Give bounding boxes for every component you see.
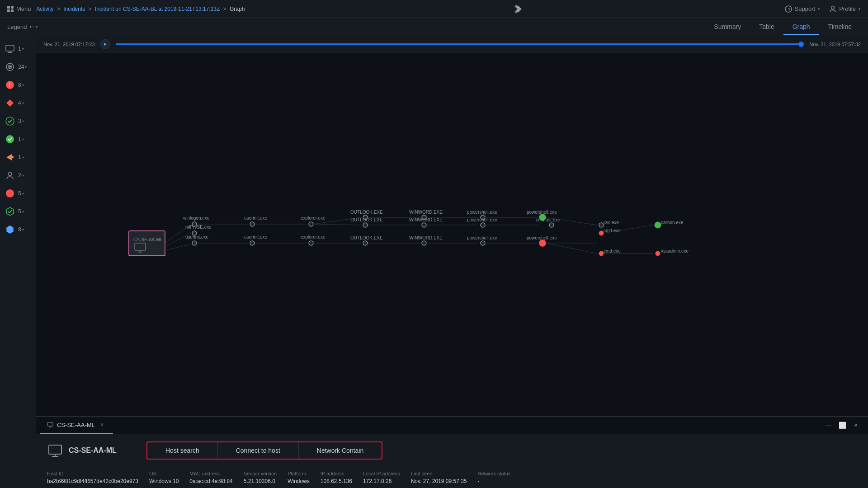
svg-point-57[interactable] bbox=[422, 223, 426, 227]
svg-text:WINWORD.EXE: WINWORD.EXE bbox=[409, 210, 443, 215]
svg-point-84[interactable] bbox=[599, 231, 604, 235]
panel-tab-icon bbox=[47, 422, 53, 427]
info-col-network-status: Network status - bbox=[478, 471, 511, 484]
svg-text:OUTLOOK.EXE: OUTLOOK.EXE bbox=[350, 235, 383, 240]
svg-text:conhost.exe: conhost.exe bbox=[536, 217, 560, 222]
menu-button[interactable]: Menu bbox=[7, 5, 31, 12]
sidebar-item-arrow[interactable]: 1 ▾ bbox=[0, 148, 36, 166]
svg-rect-97 bbox=[49, 445, 61, 454]
sidebar-item-monitor[interactable]: 1 ▾ bbox=[0, 40, 36, 58]
monitor-icon bbox=[5, 43, 15, 54]
legend-toggle-icon[interactable]: ⟷ bbox=[29, 23, 38, 30]
sidebar-item-dot-red[interactable]: 5 ▾ bbox=[0, 184, 36, 202]
legend-area: Legend ⟷ bbox=[7, 23, 38, 30]
svg-line-24 bbox=[165, 244, 190, 250]
info-col-host-id: Host ID ba2b9981c9df4ff657de42c0be20e973 bbox=[47, 471, 138, 484]
breadcrumb-incidents[interactable]: Incidents bbox=[63, 6, 85, 12]
svg-text:powershell.exe: powershell.exe bbox=[527, 235, 557, 240]
graph-svg[interactable]: CS-SE-AA-ML winlogon.exe mlPrvSE.exe use… bbox=[36, 52, 868, 260]
sidebar-count-alert2: 4 ▾ bbox=[18, 100, 24, 106]
svg-text:userinit.exe: userinit.exe bbox=[244, 216, 268, 221]
svg-point-33[interactable] bbox=[250, 222, 255, 226]
graph-area[interactable]: Nov. 21, 2019 07:17:23 ▶ Nov. 21, 2019 0… bbox=[36, 36, 868, 488]
sidebar-item-hex-blue[interactable]: 8 ▾ bbox=[0, 221, 36, 239]
svg-text:vssadmin.exe: vssadmin.exe bbox=[661, 249, 689, 253]
svg-marker-17 bbox=[6, 207, 13, 216]
user-icon bbox=[5, 170, 15, 181]
last-seen-value: Nov. 27, 2019 09:57:35 bbox=[411, 478, 467, 484]
sidebar-item-alert1[interactable]: ! 8 ▾ bbox=[0, 76, 36, 94]
network-status-label: Network status bbox=[478, 471, 511, 476]
timeline-track[interactable] bbox=[116, 43, 804, 45]
svg-point-90[interactable] bbox=[655, 222, 661, 228]
host-search-button[interactable]: Host search bbox=[147, 442, 218, 459]
svg-point-41[interactable] bbox=[309, 241, 313, 245]
svg-text:WINWORD.EXE: WINWORD.EXE bbox=[409, 217, 443, 222]
svg-point-29[interactable] bbox=[192, 241, 197, 245]
breadcrumb-incident-detail[interactable]: Incident on CS-SE-AA-BL at 2019-11-21T13… bbox=[95, 6, 220, 12]
svg-text:mlPrvSE.exe: mlPrvSE.exe bbox=[185, 225, 212, 230]
logo-area bbox=[507, 3, 522, 15]
breadcrumb-activity[interactable]: Activity bbox=[37, 6, 54, 12]
svg-point-48[interactable] bbox=[363, 223, 368, 227]
panel-tab-host[interactable]: CS-SE-AA-ML × bbox=[40, 417, 113, 434]
host-identity: CS-SE-AA-ML bbox=[47, 442, 146, 459]
support-chevron: ▾ bbox=[818, 7, 820, 11]
play-button[interactable]: ▶ bbox=[100, 39, 110, 49]
svg-text:OUTLOOK.EXE: OUTLOOK.EXE bbox=[350, 217, 383, 222]
panel-minimize-button[interactable]: — bbox=[824, 420, 834, 430]
timeline-handle[interactable] bbox=[798, 42, 804, 47]
svg-point-66[interactable] bbox=[481, 223, 485, 227]
svg-point-50[interactable] bbox=[363, 241, 368, 245]
sidebar-item-check1[interactable]: 3 ▾ bbox=[0, 112, 36, 130]
info-col-last-seen: Last seen Nov. 27, 2019 09:57:35 bbox=[411, 471, 467, 484]
support-label: Support bbox=[795, 5, 816, 12]
bottom-panel: CS-SE-AA-ML × — ⬜ × CS-SE-AA-ML Hos bbox=[36, 416, 868, 488]
panel-tab-bar: CS-SE-AA-ML × — ⬜ × bbox=[36, 417, 868, 434]
sidebar-count-hex-green: 5 ▾ bbox=[18, 208, 24, 215]
sidebar-item-user[interactable]: 2 ▾ bbox=[0, 166, 36, 184]
profile-button[interactable]: Profile ▾ bbox=[829, 5, 861, 13]
sidebar-item-sensor[interactable]: 24 ▾ bbox=[0, 58, 36, 76]
secondary-nav: Legend ⟷ Summary Table Graph Timeline bbox=[0, 18, 868, 36]
action-buttons: Host search Connect to host Network Cont… bbox=[146, 441, 382, 460]
svg-text:userinit.exe: userinit.exe bbox=[244, 235, 268, 239]
sidebar-count-user: 2 ▾ bbox=[18, 172, 24, 178]
svg-point-39[interactable] bbox=[309, 222, 313, 226]
connect-to-host-button[interactable]: Connect to host bbox=[218, 442, 299, 459]
sensor-value: 5.21.10306.0 bbox=[244, 478, 277, 484]
tab-summary[interactable]: Summary bbox=[705, 19, 750, 35]
svg-point-8 bbox=[9, 66, 11, 68]
svg-text:?: ? bbox=[788, 7, 790, 12]
sensor-label: Sensor version bbox=[244, 471, 277, 476]
svg-point-35[interactable] bbox=[250, 241, 255, 245]
tab-table[interactable]: Table bbox=[750, 19, 783, 35]
panel-maximize-button[interactable]: ⬜ bbox=[837, 420, 847, 430]
svg-point-75[interactable] bbox=[549, 223, 554, 227]
svg-point-68[interactable] bbox=[481, 241, 485, 245]
sidebar-count-check2: 1 ▾ bbox=[18, 136, 24, 142]
panel-tab-close[interactable]: × bbox=[99, 421, 106, 428]
sidebar-item-hex-green[interactable]: 5 ▾ bbox=[0, 202, 36, 221]
alert-red-icon: ! bbox=[5, 80, 15, 90]
svg-point-86[interactable] bbox=[599, 251, 604, 256]
check-green-icon bbox=[5, 116, 15, 127]
sidebar-item-alert2[interactable]: 4 ▾ bbox=[0, 94, 36, 112]
ip-value: 108.62.5.136 bbox=[321, 478, 352, 484]
svg-point-92[interactable] bbox=[656, 251, 660, 256]
network-contain-button[interactable]: Network Contain bbox=[299, 442, 382, 459]
svg-point-77[interactable] bbox=[539, 240, 546, 246]
menu-label: Menu bbox=[16, 5, 31, 12]
local-ip-label: Local IP address bbox=[363, 471, 400, 476]
support-button[interactable]: ? Support ▾ bbox=[785, 5, 821, 13]
panel-close-button[interactable]: × bbox=[851, 420, 861, 430]
ip-label: IP address bbox=[321, 471, 352, 476]
svg-point-82[interactable] bbox=[599, 223, 604, 227]
tab-timeline[interactable]: Timeline bbox=[819, 19, 861, 35]
svg-text:csc.exe: csc.exe bbox=[604, 220, 619, 225]
tab-graph[interactable]: Graph bbox=[783, 19, 819, 35]
panel-tab-label: CS-SE-AA-ML bbox=[57, 422, 95, 428]
sidebar-item-check2[interactable]: 1 ▾ bbox=[0, 130, 36, 148]
arrow-icon bbox=[5, 152, 15, 163]
svg-point-59[interactable] bbox=[422, 241, 426, 245]
